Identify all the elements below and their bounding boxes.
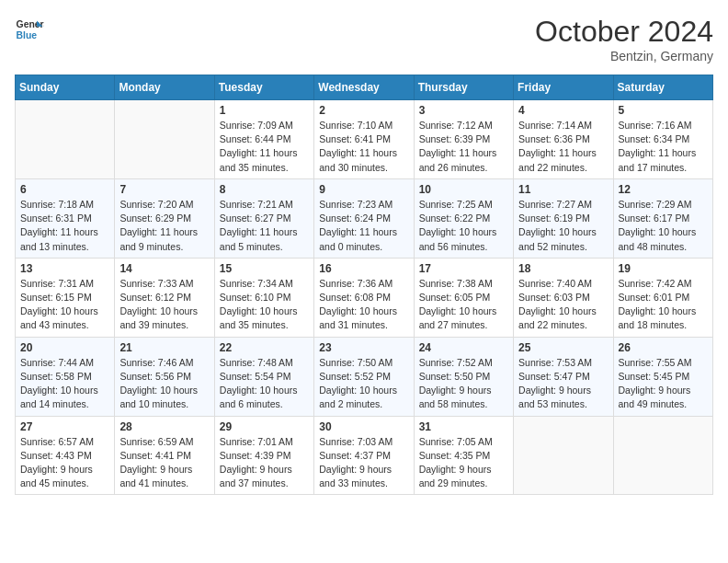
day-number: 27 — [20, 420, 109, 433]
day-info: Sunrise: 7:23 AMSunset: 6:24 PMDaylight:… — [319, 198, 408, 254]
day-info: Sunrise: 7:31 AMSunset: 6:15 PMDaylight:… — [20, 277, 109, 333]
calendar-day-cell: 3Sunrise: 7:12 AMSunset: 6:39 PMDaylight… — [414, 100, 513, 179]
calendar-day-cell: 19Sunrise: 7:42 AMSunset: 6:01 PMDayligh… — [613, 258, 712, 337]
calendar-day-cell: 7Sunrise: 7:20 AMSunset: 6:29 PMDaylight… — [115, 178, 214, 258]
calendar-table: SundayMondayTuesdayWednesdayThursdayFrid… — [15, 75, 713, 495]
day-info: Sunrise: 7:48 AMSunset: 5:54 PMDaylight:… — [220, 356, 309, 412]
calendar-day-cell: 13Sunrise: 7:31 AMSunset: 6:15 PMDayligh… — [16, 258, 115, 337]
day-info: Sunrise: 7:14 AMSunset: 6:36 PMDaylight:… — [518, 119, 608, 175]
day-info: Sunrise: 7:05 AMSunset: 4:35 PMDaylight:… — [419, 435, 508, 491]
calendar-day-cell: 29Sunrise: 7:01 AMSunset: 4:39 PMDayligh… — [214, 416, 313, 495]
day-number: 17 — [419, 262, 508, 275]
weekday-header-cell: Friday — [514, 75, 613, 100]
day-number: 16 — [319, 262, 408, 275]
day-info: Sunrise: 7:33 AMSunset: 6:12 PMDaylight:… — [119, 277, 209, 333]
day-info: Sunrise: 7:52 AMSunset: 5:50 PMDaylight:… — [419, 356, 508, 412]
day-info: Sunrise: 7:29 AMSunset: 6:17 PMDaylight:… — [619, 198, 708, 254]
calendar-day-cell: 6Sunrise: 7:18 AMSunset: 6:31 PMDaylight… — [16, 178, 115, 258]
day-number: 3 — [419, 104, 508, 117]
day-info: Sunrise: 7:16 AMSunset: 6:34 PMDaylight:… — [619, 119, 708, 175]
weekday-header-cell: Saturday — [613, 75, 712, 100]
day-number: 21 — [119, 341, 209, 354]
calendar-day-cell: 24Sunrise: 7:52 AMSunset: 5:50 PMDayligh… — [414, 337, 513, 416]
calendar-day-cell: 12Sunrise: 7:29 AMSunset: 6:17 PMDayligh… — [613, 178, 712, 258]
day-number: 1 — [220, 104, 309, 117]
day-number: 19 — [619, 262, 708, 275]
day-number: 18 — [518, 262, 608, 275]
day-number: 26 — [619, 341, 708, 354]
calendar-day-cell: 11Sunrise: 7:27 AMSunset: 6:19 PMDayligh… — [514, 178, 613, 258]
day-number: 31 — [419, 420, 508, 433]
day-info: Sunrise: 7:44 AMSunset: 5:58 PMDaylight:… — [20, 356, 109, 412]
day-number: 6 — [20, 183, 109, 196]
day-number: 11 — [518, 183, 608, 196]
title-block: October 2024 Bentzin, Germany — [535, 15, 713, 63]
calendar-week-row: 1Sunrise: 7:09 AMSunset: 6:44 PMDaylight… — [16, 100, 713, 179]
calendar-week-row: 6Sunrise: 7:18 AMSunset: 6:31 PMDaylight… — [16, 178, 713, 258]
weekday-header-cell: Sunday — [16, 75, 115, 100]
day-number: 28 — [119, 420, 209, 433]
calendar-day-cell — [115, 100, 214, 179]
day-number: 30 — [319, 420, 408, 433]
month-title: October 2024 — [535, 15, 713, 49]
weekday-header-cell: Tuesday — [214, 75, 313, 100]
weekday-header-cell: Thursday — [414, 75, 513, 100]
day-number: 24 — [419, 341, 508, 354]
weekday-header-cell: Monday — [115, 75, 214, 100]
day-number: 22 — [220, 341, 309, 354]
day-number: 12 — [619, 183, 708, 196]
day-info: Sunrise: 7:34 AMSunset: 6:10 PMDaylight:… — [220, 277, 309, 333]
day-number: 15 — [220, 262, 309, 275]
day-number: 4 — [518, 104, 608, 117]
day-info: Sunrise: 7:46 AMSunset: 5:56 PMDaylight:… — [119, 356, 209, 412]
calendar-day-cell: 1Sunrise: 7:09 AMSunset: 6:44 PMDaylight… — [214, 100, 313, 179]
calendar-day-cell: 26Sunrise: 7:55 AMSunset: 5:45 PMDayligh… — [613, 337, 712, 416]
day-info: Sunrise: 7:40 AMSunset: 6:03 PMDaylight:… — [518, 277, 608, 333]
day-info: Sunrise: 7:42 AMSunset: 6:01 PMDaylight:… — [619, 277, 708, 333]
calendar-day-cell: 30Sunrise: 7:03 AMSunset: 4:37 PMDayligh… — [314, 416, 414, 495]
calendar-day-cell: 23Sunrise: 7:50 AMSunset: 5:52 PMDayligh… — [314, 337, 414, 416]
day-info: Sunrise: 7:12 AMSunset: 6:39 PMDaylight:… — [419, 119, 508, 175]
day-info: Sunrise: 7:55 AMSunset: 5:45 PMDaylight:… — [619, 356, 708, 412]
location-title: Bentzin, Germany — [535, 49, 713, 63]
calendar-day-cell: 8Sunrise: 7:21 AMSunset: 6:27 PMDaylight… — [214, 178, 313, 258]
calendar-day-cell — [514, 416, 613, 495]
day-info: Sunrise: 7:25 AMSunset: 6:22 PMDaylight:… — [419, 198, 508, 254]
day-number: 29 — [220, 420, 309, 433]
calendar-day-cell: 20Sunrise: 7:44 AMSunset: 5:58 PMDayligh… — [16, 337, 115, 416]
calendar-day-cell: 5Sunrise: 7:16 AMSunset: 6:34 PMDaylight… — [613, 100, 712, 179]
calendar-week-row: 13Sunrise: 7:31 AMSunset: 6:15 PMDayligh… — [16, 258, 713, 337]
day-info: Sunrise: 7:27 AMSunset: 6:19 PMDaylight:… — [518, 198, 608, 254]
day-number: 14 — [119, 262, 209, 275]
svg-text:Blue: Blue — [17, 30, 38, 40]
day-info: Sunrise: 7:20 AMSunset: 6:29 PMDaylight:… — [119, 198, 209, 254]
day-number: 2 — [319, 104, 408, 117]
page-header: General Blue October 2024 Bentzin, Germa… — [15, 15, 713, 63]
day-info: Sunrise: 7:03 AMSunset: 4:37 PMDaylight:… — [319, 435, 408, 491]
day-number: 13 — [20, 262, 109, 275]
weekday-header-cell: Wednesday — [314, 75, 414, 100]
weekday-header-row: SundayMondayTuesdayWednesdayThursdayFrid… — [16, 75, 713, 100]
day-info: Sunrise: 7:38 AMSunset: 6:05 PMDaylight:… — [419, 277, 508, 333]
calendar-day-cell — [613, 416, 712, 495]
day-info: Sunrise: 7:50 AMSunset: 5:52 PMDaylight:… — [319, 356, 408, 412]
day-number: 7 — [119, 183, 209, 196]
calendar-day-cell: 22Sunrise: 7:48 AMSunset: 5:54 PMDayligh… — [214, 337, 313, 416]
day-info: Sunrise: 7:36 AMSunset: 6:08 PMDaylight:… — [319, 277, 408, 333]
day-info: Sunrise: 6:57 AMSunset: 4:43 PMDaylight:… — [20, 435, 109, 491]
calendar-day-cell: 4Sunrise: 7:14 AMSunset: 6:36 PMDaylight… — [514, 100, 613, 179]
calendar-day-cell — [16, 100, 115, 179]
calendar-day-cell: 14Sunrise: 7:33 AMSunset: 6:12 PMDayligh… — [115, 258, 214, 337]
day-info: Sunrise: 6:59 AMSunset: 4:41 PMDaylight:… — [119, 435, 209, 491]
day-info: Sunrise: 7:21 AMSunset: 6:27 PMDaylight:… — [220, 198, 309, 254]
calendar-day-cell: 28Sunrise: 6:59 AMSunset: 4:41 PMDayligh… — [115, 416, 214, 495]
day-number: 25 — [518, 341, 608, 354]
logo-icon: General Blue — [15, 15, 44, 44]
day-info: Sunrise: 7:09 AMSunset: 6:44 PMDaylight:… — [220, 119, 309, 175]
day-number: 8 — [220, 183, 309, 196]
calendar-day-cell: 18Sunrise: 7:40 AMSunset: 6:03 PMDayligh… — [514, 258, 613, 337]
day-number: 9 — [319, 183, 408, 196]
calendar-day-cell: 31Sunrise: 7:05 AMSunset: 4:35 PMDayligh… — [414, 416, 513, 495]
calendar-day-cell: 9Sunrise: 7:23 AMSunset: 6:24 PMDaylight… — [314, 178, 414, 258]
calendar-week-row: 27Sunrise: 6:57 AMSunset: 4:43 PMDayligh… — [16, 416, 713, 495]
